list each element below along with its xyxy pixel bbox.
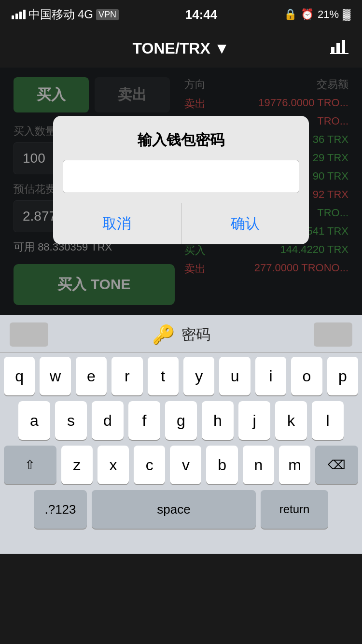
key-x[interactable]: x: [97, 446, 129, 484]
key-q[interactable]: q: [4, 357, 35, 395]
key-o[interactable]: o: [291, 357, 322, 395]
key-k[interactable]: k: [275, 401, 307, 440]
keyboard-rows: q w e r t y u i o p a s d f g h j k l ⇧ …: [0, 353, 362, 529]
password-dialog: 输入钱包密码 取消 确认: [53, 116, 309, 244]
password-input[interactable]: [63, 160, 299, 193]
key-i[interactable]: i: [255, 357, 286, 395]
key-r[interactable]: r: [111, 357, 142, 395]
status-time: 14:44: [185, 7, 218, 22]
shift-key[interactable]: ⇧: [4, 446, 56, 484]
signal-icon: [12, 10, 26, 19]
keyboard-top-label: 密码: [181, 325, 210, 345]
key-n[interactable]: n: [243, 446, 274, 484]
return-key[interactable]: return: [261, 490, 328, 529]
key-g[interactable]: g: [165, 401, 197, 440]
dialog-title: 输入钱包密码: [53, 116, 309, 160]
cancel-button[interactable]: 取消: [53, 203, 181, 244]
header-title[interactable]: TONE/TRX ▼: [133, 40, 230, 57]
svg-rect-0: [331, 47, 334, 54]
status-left: 中国移动 4G VPN: [12, 7, 119, 22]
key-t[interactable]: t: [148, 357, 179, 395]
status-bar: 中国移动 4G VPN 14:44 🔒 ⏰ 21% ▓: [0, 0, 362, 29]
key-row-4: .?123 space return: [4, 490, 358, 529]
pair-title: TONE/TRX: [133, 40, 210, 57]
keyboard-area: 🔑 密码 q w e r t y u i o p a s d f g h j k: [0, 315, 362, 554]
key-d[interactable]: d: [92, 401, 124, 440]
key-w[interactable]: w: [40, 357, 70, 395]
keyboard-top-left: [10, 322, 48, 347]
key-l[interactable]: l: [312, 401, 344, 440]
key-z[interactable]: z: [61, 446, 93, 484]
battery-label: 21%: [318, 8, 339, 21]
dropdown-icon: ▼: [214, 40, 230, 57]
keyboard-top-bar: 🔑 密码: [0, 322, 362, 353]
key-a[interactable]: a: [18, 401, 50, 440]
key-f[interactable]: f: [128, 401, 160, 440]
key-h[interactable]: h: [202, 401, 234, 440]
key-s[interactable]: s: [55, 401, 87, 440]
chart-icon[interactable]: [330, 38, 348, 59]
keyboard-bottom: [0, 534, 362, 554]
key-row-3: ⇧ z x c v b n m ⌫: [4, 446, 358, 484]
svg-rect-1: [336, 43, 340, 54]
key-e[interactable]: e: [76, 357, 107, 395]
header: TONE/TRX ▼: [0, 29, 362, 68]
key-c[interactable]: c: [134, 446, 165, 484]
key-y[interactable]: y: [183, 357, 214, 395]
svg-rect-2: [342, 40, 345, 54]
key-v[interactable]: v: [170, 446, 201, 484]
backspace-key[interactable]: ⌫: [315, 446, 358, 484]
key-b[interactable]: b: [206, 446, 237, 484]
key-p[interactable]: p: [327, 357, 358, 395]
symbols-key[interactable]: .?123: [34, 490, 87, 529]
confirm-button[interactable]: 确认: [181, 203, 309, 244]
keyboard-top-center: 🔑 密码: [152, 324, 210, 345]
vpn-badge: VPN: [96, 9, 119, 20]
key-m[interactable]: m: [279, 446, 310, 484]
key-icon: 🔑: [152, 324, 175, 345]
key-u[interactable]: u: [219, 357, 250, 395]
dialog-buttons: 取消 确认: [53, 203, 309, 244]
carrier-label: 中国移动: [28, 7, 75, 22]
alarm-icon: ⏰: [301, 8, 314, 21]
key-j[interactable]: j: [238, 401, 270, 440]
space-key[interactable]: space: [92, 490, 256, 529]
network-label: 4G: [78, 8, 93, 21]
dialog-input-wrap: [63, 160, 299, 193]
keyboard-top-right: [314, 322, 352, 347]
key-row-2: a s d f g h j k l: [4, 401, 358, 440]
battery-icon: ▓: [343, 8, 350, 21]
status-right: 🔒 ⏰ 21% ▓: [284, 8, 350, 21]
key-row-1: q w e r t y u i o p: [4, 357, 358, 395]
lock-icon: 🔒: [284, 8, 297, 21]
trading-container: 买入 卖出 买入数量 100 预估花费 2.877793 TRX 可用 88.3…: [0, 68, 362, 315]
